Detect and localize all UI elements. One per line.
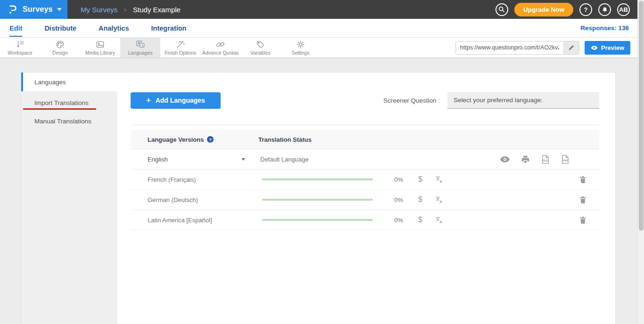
table-row-default-language: English Default Language: [131, 149, 599, 170]
languages-sidebar: Languages Import Translations Manual Tra…: [21, 73, 117, 324]
sidebar-item-manual-translations[interactable]: Manual Translations: [21, 112, 117, 130]
paid-translation-icon[interactable]: $: [418, 195, 422, 204]
toolbar-item-workspace[interactable]: Workspace: [0, 38, 40, 57]
sidebar-item-import-translations[interactable]: Import Translations: [21, 94, 117, 112]
toolbar-item-variables[interactable]: Variables: [240, 38, 281, 57]
toolbar-item-media-library[interactable]: Media Library: [80, 38, 120, 57]
sidebar-item-label: Import Translations: [34, 99, 89, 106]
responses-count[interactable]: Responses: 136: [580, 24, 629, 32]
tab-analytics[interactable]: Analytics: [99, 20, 129, 37]
controls-row: + Add Languages Screener Question : Sele…: [131, 92, 599, 109]
auto-translate-button[interactable]: A: [435, 216, 443, 224]
avatar[interactable]: AB: [617, 3, 630, 16]
chevron-down-icon: [57, 8, 62, 11]
upgrade-now-button[interactable]: Upgrade Now: [514, 3, 573, 16]
translate-icon: A: [435, 216, 443, 224]
eye-icon: [500, 156, 510, 163]
delete-language-button[interactable]: [579, 176, 599, 184]
delete-language-button[interactable]: [579, 216, 599, 224]
help-question-icon[interactable]: ?: [207, 136, 214, 143]
add-languages-label: Add Languages: [156, 97, 205, 104]
toolbar-item-advance-quotas[interactable]: Advance Quotas: [200, 38, 240, 57]
default-row-actions: DOC PDF: [500, 154, 599, 164]
svg-text:A: A: [439, 220, 442, 224]
tab-edit[interactable]: Edit: [9, 20, 22, 37]
sidebar-item-languages[interactable]: Languages: [21, 73, 117, 91]
toolbar-right: Preview: [455, 38, 644, 57]
survey-url-input[interactable]: [456, 41, 563, 54]
toolbar-label: Languages: [128, 50, 153, 56]
screener-question-select[interactable]: Select your preferred language:: [447, 92, 599, 109]
trash-icon: [579, 216, 586, 224]
red-marker-underline: [23, 108, 96, 110]
row-actions: $ A: [418, 195, 443, 204]
svg-text:A: A: [439, 200, 442, 204]
toolbar-label: Workspace: [8, 50, 32, 56]
table-row-german: German (Deutsch) 0% $ A: [131, 190, 599, 210]
export-doc-button[interactable]: DOC: [541, 154, 550, 164]
product-switcher[interactable]: Surveys: [0, 0, 67, 19]
toolbar-label: Settings: [292, 50, 310, 56]
preview-button[interactable]: Preview: [585, 41, 630, 55]
delete-language-button[interactable]: [579, 196, 599, 204]
bell-icon: [602, 6, 608, 13]
paid-translation-icon[interactable]: $: [418, 216, 422, 224]
toolbar-label: Advance Quotas: [202, 50, 239, 56]
print-button[interactable]: [521, 155, 530, 164]
search-button[interactable]: [495, 3, 508, 16]
screener-question-label: Screener Question :: [383, 97, 440, 104]
paid-translation-icon[interactable]: $: [418, 175, 422, 184]
breadcrumb-current: Study Example: [133, 6, 181, 14]
edit-url-button[interactable]: [563, 41, 579, 54]
svg-text:DOC: DOC: [543, 159, 548, 162]
chevron-down-icon[interactable]: [241, 158, 245, 161]
toolbar-item-design[interactable]: Design: [40, 38, 80, 57]
tab-distribute[interactable]: Distribute: [44, 20, 76, 37]
survey-nav: Edit Distribute Analytics Integration Re…: [0, 19, 644, 38]
notifications-button[interactable]: [598, 3, 611, 16]
translate-icon: A: [435, 195, 443, 204]
trash-icon: [579, 176, 586, 184]
export-pdf-button[interactable]: PDF: [561, 154, 570, 164]
edit-toolbar: Workspace Design Media Library A Languag…: [0, 38, 644, 58]
top-bar: Surveys My Surveys › Study Example Upgra…: [0, 0, 644, 19]
auto-translate-button[interactable]: A: [435, 195, 443, 204]
scrollbar-thumb[interactable]: [639, 1, 644, 231]
view-survey-button[interactable]: [500, 156, 510, 163]
questionpro-logo-icon: [7, 3, 19, 16]
toolbar-label: Media Library: [85, 50, 116, 56]
language-name: Latin America [Español]: [131, 217, 241, 224]
section-divider: [131, 125, 599, 125]
row-actions: $ A: [418, 216, 443, 224]
translation-progress-bar: [262, 178, 373, 180]
vertical-scrollbar[interactable]: [637, 0, 644, 324]
pencil-icon: [568, 45, 574, 51]
languages-main: + Add Languages Screener Question : Sele…: [117, 73, 615, 324]
sidebar-item-label: Manual Translations: [34, 118, 91, 125]
breadcrumb-my-surveys[interactable]: My Surveys: [81, 6, 117, 14]
advance-quotas-icon: [215, 40, 225, 49]
workspace-icon: [15, 40, 25, 49]
toolbar-item-languages[interactable]: A Languages: [120, 38, 160, 57]
translation-percent: 0%: [369, 176, 403, 183]
help-button[interactable]: ?: [579, 3, 592, 16]
auto-translate-button[interactable]: A: [435, 175, 443, 184]
languages-card: Languages Import Translations Manual Tra…: [21, 72, 616, 324]
preview-label: Preview: [601, 44, 624, 51]
design-icon: [55, 40, 65, 49]
language-name: English: [131, 156, 241, 163]
topbar-actions: Upgrade Now ? AB: [495, 3, 644, 16]
survey-url-group: [455, 41, 579, 55]
media-library-icon: [95, 40, 105, 49]
toolbar-item-settings[interactable]: Settings: [281, 38, 321, 57]
svg-text:PDF: PDF: [563, 159, 569, 162]
add-languages-button[interactable]: + Add Languages: [131, 92, 221, 109]
sidebar-active-label: Languages: [34, 79, 66, 86]
toolbar-item-finish-options[interactable]: Finish Options: [160, 38, 200, 57]
tab-integration[interactable]: Integration: [151, 20, 187, 37]
search-icon: [498, 6, 505, 13]
row-actions: $ A: [418, 175, 443, 184]
column-translation-status: Translation Status: [258, 136, 312, 143]
table-row-french: French (Français) 0% $ A: [131, 170, 599, 190]
variables-icon: [256, 40, 265, 49]
